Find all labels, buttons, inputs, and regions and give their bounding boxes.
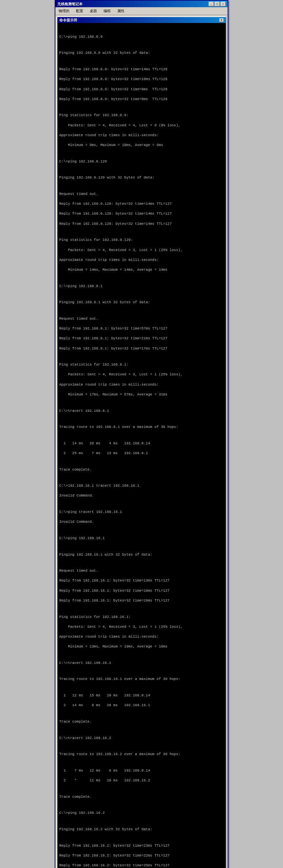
terminal-line: 1 12 ms 15 ms 10 ms 192.168.0.14 (59, 693, 224, 698)
terminal-line (59, 477, 224, 478)
terminal-line (59, 503, 224, 505)
menu-wlide[interactable]: 物理的 (57, 8, 71, 14)
terminal-line: Approximate round trip times in milli-se… (59, 382, 224, 387)
terminal-line: Pinging 192.168.8.1 with 32 bytes of dat… (59, 300, 224, 305)
terminal-line: Trace complete. (59, 795, 224, 799)
terminal-line: 2 * 11 ms 10 ms 192.168.16.2 (59, 778, 224, 783)
terminal-line (59, 169, 224, 170)
terminal-line (59, 294, 224, 295)
terminal-line: Ping statistics for 192.168.16.1: (59, 615, 224, 620)
terminal-line: C:\>tracert 192.168.8.1 (59, 409, 224, 413)
menu-peizhи[interactable]: 配置 (74, 8, 85, 14)
window-title: 无线检测笔记本 (57, 2, 82, 6)
close-button[interactable]: × (220, 2, 226, 6)
terminal-line: C:\>ping 192.168.16.2 (59, 811, 224, 815)
terminal-line: Trace complete. (59, 719, 224, 724)
cmd-close-button[interactable]: X (219, 18, 224, 22)
menu-biancheng[interactable]: 编程 (102, 8, 113, 14)
terminal-line: 2 25 ms 7 ms 13 ms 192.168.8.1 (59, 451, 224, 456)
terminal-line: Tracing route to 192.168.16.1 over a max… (59, 677, 224, 682)
terminal-line (59, 530, 224, 531)
terminal-line: Reply from 192.168.0.9: bytes=32 time=14… (59, 67, 224, 72)
terminal-line: Pinging 192.168.16.2 with 32 bytes of da… (59, 827, 224, 832)
terminal-line (59, 310, 224, 311)
terminal-line: Minimum = 13ms, Maximum = 19ms, Average … (59, 644, 224, 649)
terminal-line: 1 7 ms 12 ms 6 ms 192.168.0.14 (59, 768, 224, 773)
terminal-line (59, 185, 224, 187)
terminal-line: Ping statistics for 192.168.0.129: (59, 238, 224, 243)
terminal-line: Reply from 192.168.0.129: bytes=32 time=… (59, 202, 224, 207)
terminal-line: Packets: Sent = 4, Received = 4, Lost = … (59, 123, 224, 128)
terminal-line (59, 608, 224, 610)
terminal-line: Minimum = 17ms, Maximum = 57ms, Average … (59, 392, 224, 397)
cmd-title: 命令提示符 (59, 18, 77, 23)
terminal-line (59, 231, 224, 233)
terminal-line (59, 356, 224, 358)
window-controls: _ □ × (209, 2, 226, 6)
menu-zhuomian[interactable]: 桌面 (88, 8, 99, 14)
terminal-line: Minimum = 14ms, Maximum = 14ms, Average … (59, 268, 224, 272)
terminal-line (59, 671, 224, 672)
terminal-line: C:\>tracert 192.168.16.2 (59, 736, 224, 741)
terminal-line: C:\>ping 192.168.0.129 (59, 159, 224, 164)
terminal-line (59, 713, 224, 714)
terminal-line (59, 44, 224, 45)
terminal-line: Reply from 192.168.16.2: bytes=32 time=2… (59, 853, 224, 858)
terminal-line: Packets: Sent = 4, Received = 3, Lost = … (59, 248, 224, 253)
terminal-line: C:\>ping 192.168.8.1 (59, 284, 224, 289)
terminal-line: Reply from 192.168.0.9: bytes=32 time=9m… (59, 97, 224, 102)
terminal-line: Approximate round trip times in milli-se… (59, 258, 224, 262)
terminal-line: Reply from 192.168.0.9: bytes=32 time=10… (59, 77, 224, 82)
terminal-line: Reply from 192.168.8.1: bytes=32 time=57… (59, 326, 224, 331)
terminal-line: Tracing route to 192.168.8.1 over a maxi… (59, 425, 224, 430)
terminal-line: Pinging 192.168.0.129 with 32 bytes of d… (59, 175, 224, 180)
terminal-line: Reply from 192.168.16.1: bytes=32 time=1… (59, 598, 224, 603)
terminal-line (59, 821, 224, 822)
terminal-line (59, 762, 224, 763)
terminal-line: Trace complete. (59, 467, 224, 472)
terminal-line: 1 14 ms 20 ms 4 ms 192.168.0.14 (59, 441, 224, 446)
terminal-line: C:\>ping 192.168.16.1 (59, 536, 224, 541)
cmd-window: 命令提示符 X C:\>ping 192.168.0.9 Pinging 192… (57, 17, 226, 868)
terminal-line (59, 277, 224, 279)
terminal-line: Reply from 192.168.16.1: bytes=32 time=1… (59, 588, 224, 593)
terminal-line: Approximate round trip times in milli-se… (59, 133, 224, 138)
terminal-line: Invalid Command. (59, 520, 224, 524)
terminal-line (59, 746, 224, 747)
terminal-line: Reply from 192.168.0.129: bytes=32 time=… (59, 221, 224, 226)
terminal-line: Pinging 192.168.16.1 with 32 bytes of da… (59, 552, 224, 557)
terminal-output[interactable]: C:\>ping 192.168.0.9 Pinging 192.168.0.9… (57, 23, 226, 868)
terminal-line: Packets: Sent = 4, Received = 3, Lost = … (59, 624, 224, 629)
terminal-line (59, 418, 224, 420)
title-bar: 无线检测笔记本 _ □ × (56, 1, 227, 7)
terminal-line: Reply from 192.168.16.1: bytes=32 time=1… (59, 578, 224, 583)
terminal-line (59, 729, 224, 731)
terminal-line (59, 562, 224, 563)
terminal-line: Reply from 192.168.16.2: bytes=32 time=2… (59, 863, 224, 868)
menu-bar: 物理的 配置 桌面 编程 属性 (56, 7, 227, 15)
terminal-line: C:\>ping 192.168.0.9 (59, 34, 224, 39)
terminal-line: Reply from 192.168.8.1: bytes=32 time=21… (59, 336, 224, 341)
cmd-title-bar: 命令提示符 X (57, 17, 226, 23)
terminal-line (59, 837, 224, 838)
terminal-line (59, 402, 224, 403)
terminal-line: Packets: Sent = 4, Received = 3, Lost = … (59, 372, 224, 377)
terminal-line: Invalid Command. (59, 493, 224, 498)
terminal-line: Approximate round trip times in milli-se… (59, 634, 224, 639)
menu-shuxing[interactable]: 属性 (115, 8, 127, 14)
terminal-line: Tracing route to 192.168.16.2 over a max… (59, 752, 224, 757)
terminal-line: C:\>ping tracert 192.168.16.1 (59, 509, 224, 515)
terminal-line (59, 687, 224, 688)
terminal-line (59, 153, 224, 154)
terminal-line (59, 788, 224, 789)
maximize-button[interactable]: □ (215, 2, 220, 6)
terminal-line: C:\>192.168.16.1 tracert 192.168.16.1 (59, 484, 224, 488)
terminal-line (59, 804, 224, 806)
terminal-line (59, 434, 224, 436)
terminal-line: Pinging 192.168.0.9 with 32 bytes of dat… (59, 51, 224, 56)
minimize-button[interactable]: _ (209, 2, 214, 6)
terminal-line (59, 61, 224, 62)
terminal-line: Request timed out. (59, 568, 224, 573)
terminal-line (59, 654, 224, 655)
main-window: 无线检测笔记本 _ □ × 物理的 配置 桌面 编程 属性 命令提示符 X C:… (55, 0, 228, 868)
